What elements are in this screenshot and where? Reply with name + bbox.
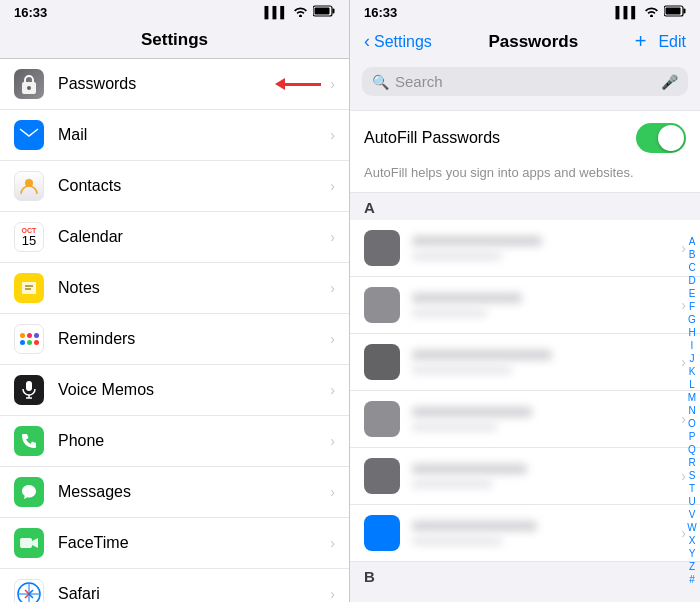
settings-item-passwords[interactable]: Passwords ›: [0, 59, 349, 110]
settings-item-mail[interactable]: Mail ›: [0, 110, 349, 161]
alpha-q[interactable]: Q: [688, 443, 696, 456]
alpha-m[interactable]: M: [688, 391, 696, 404]
alpha-w[interactable]: W: [687, 521, 696, 534]
right-nav: ‹ Settings Passwords + Edit: [350, 24, 700, 61]
pw-user-5: [412, 480, 492, 488]
pw-avatar-5: [364, 458, 400, 494]
pw-info-4: [412, 407, 681, 431]
settings-item-facetime[interactable]: FaceTime ›: [0, 518, 349, 569]
autofill-label: AutoFill Passwords: [364, 129, 500, 147]
alpha-z[interactable]: Z: [689, 560, 695, 573]
alpha-j[interactable]: J: [690, 352, 695, 365]
svg-rect-1: [333, 9, 335, 14]
settings-item-calendar[interactable]: OCT 15 Calendar ›: [0, 212, 349, 263]
alpha-k[interactable]: K: [689, 365, 696, 378]
settings-item-messages[interactable]: Messages ›: [0, 467, 349, 518]
settings-item-safari[interactable]: Safari ›: [0, 569, 349, 602]
notes-chevron: ›: [330, 280, 335, 296]
mail-label: Mail: [58, 126, 326, 144]
autofill-toggle[interactable]: [636, 123, 686, 153]
alpha-p[interactable]: P: [689, 430, 696, 443]
settings-item-reminders[interactable]: Reminders ›: [0, 314, 349, 365]
pw-avatar-4: [364, 401, 400, 437]
alpha-e[interactable]: E: [689, 287, 696, 300]
settings-item-notes[interactable]: Notes ›: [0, 263, 349, 314]
settings-item-voicememos[interactable]: Voice Memos ›: [0, 365, 349, 416]
back-button[interactable]: ‹ Settings: [364, 31, 432, 52]
contacts-label: Contacts: [58, 177, 326, 195]
reminders-icon: [14, 324, 44, 354]
mail-chevron: ›: [330, 127, 335, 143]
svg-rect-10: [26, 381, 32, 391]
mail-icon: [14, 120, 44, 150]
passwords-icon: [14, 69, 44, 99]
search-bar[interactable]: 🔍 Search 🎤: [362, 67, 688, 96]
messages-chevron: ›: [330, 484, 335, 500]
alpha-s[interactable]: S: [689, 469, 696, 482]
pw-avatar-6: [364, 515, 400, 551]
settings-item-contacts[interactable]: Contacts ›: [0, 161, 349, 212]
autofill-description: AutoFill helps you sign into apps and we…: [350, 165, 700, 192]
right-page-title: Passwords: [488, 32, 578, 52]
password-item-5[interactable]: ›: [350, 448, 700, 505]
pw-site-2: [412, 293, 522, 303]
alpha-hash[interactable]: #: [689, 573, 695, 586]
password-item-4[interactable]: ›: [350, 391, 700, 448]
search-placeholder: Search: [395, 73, 655, 90]
right-status-icons: ▌▌▌: [616, 5, 686, 19]
alpha-g[interactable]: G: [688, 313, 696, 326]
alpha-x[interactable]: X: [689, 534, 696, 547]
pw-avatar-3: [364, 344, 400, 380]
pw-user-6: [412, 537, 502, 545]
left-status-bar: 16:33 ▌▌▌: [0, 0, 349, 24]
section-b-header: B: [350, 562, 700, 589]
alpha-d[interactable]: D: [688, 274, 695, 287]
calendar-label: Calendar: [58, 228, 326, 246]
alpha-a[interactable]: A: [689, 235, 696, 248]
right-panel: 16:33 ▌▌▌ ‹ Settings Passwords + Edit 🔍 …: [350, 0, 700, 602]
pw-info-5: [412, 464, 681, 488]
reminders-label: Reminders: [58, 330, 326, 348]
toggle-knob: [658, 125, 684, 151]
safari-chevron: ›: [330, 586, 335, 602]
pw-info-3: [412, 350, 681, 374]
alpha-i[interactable]: I: [691, 339, 694, 352]
contacts-chevron: ›: [330, 178, 335, 194]
voicememos-icon: [14, 375, 44, 405]
password-item-6[interactable]: ›: [350, 505, 700, 562]
left-panel: 16:33 ▌▌▌ Settings Passwords: [0, 0, 350, 602]
password-item-3[interactable]: ›: [350, 334, 700, 391]
messages-label: Messages: [58, 483, 326, 501]
pw-user-1: [412, 252, 502, 260]
password-item-2[interactable]: ›: [350, 277, 700, 334]
wifi-icon: [293, 5, 308, 19]
pw-site-5: [412, 464, 527, 474]
alpha-b[interactable]: B: [689, 248, 696, 261]
alpha-o[interactable]: O: [688, 417, 696, 430]
alpha-y[interactable]: Y: [689, 547, 696, 560]
pw-avatar-2: [364, 287, 400, 323]
facetime-label: FaceTime: [58, 534, 326, 552]
pw-user-3: [412, 366, 512, 374]
alpha-t[interactable]: T: [689, 482, 695, 495]
safari-icon: [14, 579, 44, 602]
alpha-n[interactable]: N: [688, 404, 695, 417]
voicememos-chevron: ›: [330, 382, 335, 398]
contacts-icon: [14, 171, 44, 201]
alpha-h[interactable]: H: [688, 326, 695, 339]
alpha-r[interactable]: R: [688, 456, 695, 469]
alpha-c[interactable]: C: [688, 261, 695, 274]
phone-icon: [14, 426, 44, 456]
password-item-1[interactable]: ›: [350, 220, 700, 277]
right-status-bar: 16:33 ▌▌▌: [350, 0, 700, 24]
edit-button[interactable]: Edit: [658, 33, 686, 51]
alpha-v[interactable]: V: [689, 508, 696, 521]
reminders-chevron: ›: [330, 331, 335, 347]
alpha-l[interactable]: L: [689, 378, 695, 391]
alpha-index: A B C D E F G H I J K L M N O P Q R S T …: [684, 233, 700, 588]
add-password-button[interactable]: +: [635, 30, 647, 53]
settings-item-phone[interactable]: Phone ›: [0, 416, 349, 467]
alpha-f[interactable]: F: [689, 300, 695, 313]
right-time: 16:33: [364, 5, 397, 20]
alpha-u[interactable]: U: [688, 495, 695, 508]
